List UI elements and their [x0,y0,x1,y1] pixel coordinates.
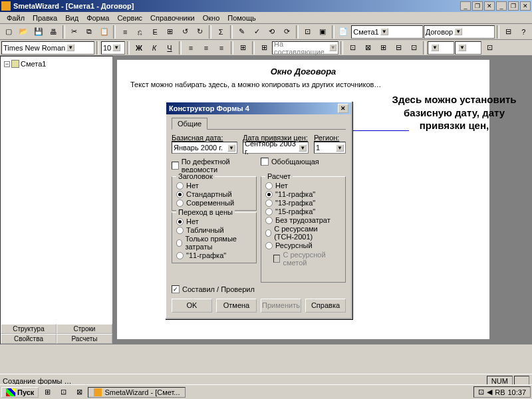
cut-icon[interactable]: ✂ [67,25,82,39]
mdi-minimize-button[interactable]: _ [496,1,507,11]
ql-icon-2[interactable]: ⊡ [56,386,70,399]
tree-root[interactable]: − Смета1 [3,59,110,68]
menu-refs[interactable]: Справочники [146,13,199,23]
menu-form[interactable]: Форма [82,13,113,23]
menu-service[interactable]: Сервис [113,13,146,23]
help-button[interactable]: Справка [305,299,346,313]
table-icon[interactable]: ⊞ [257,41,271,55]
tool-icon-5[interactable]: ↺ [178,25,192,39]
align-left-icon[interactable]: ≡ [184,41,198,55]
new-icon[interactable]: ▢ [1,25,16,39]
bind-date-select[interactable]: Сентябрь 2003 г.▼ [243,142,309,154]
open-icon[interactable]: 📂 [17,25,31,39]
menu-view[interactable]: Вид [61,13,82,23]
tool-icon-14[interactable]: ⊟ [501,25,516,39]
dialog-close-button[interactable]: ✕ [338,104,348,113]
ql-icon-1[interactable]: ⊞ [40,386,55,399]
tray-icon-2[interactable]: ◀ [487,388,492,396]
ed-icon-4[interactable]: ⊟ [391,41,406,55]
calc-opt-5[interactable]: С ресурсами (ТСН-2001) [265,225,341,241]
group-header: Заголовок Нет Стандартный Современный [172,176,257,211]
ed-select-2[interactable]: ▼ [455,41,481,55]
calc-opt-3[interactable]: "15-графка" [265,207,341,215]
price-opt-2[interactable]: Только прямые затраты [176,235,252,251]
tool-icon-2[interactable]: ⎌ [133,25,148,39]
tab-calcs[interactable]: Расчеты [57,334,112,344]
tool-icon-7[interactable]: Σ [213,25,228,39]
ed-select-1[interactable]: ▼ [428,41,454,55]
calc-opt-0[interactable]: Нет [265,182,341,190]
ql-icon-3[interactable]: ⊠ [72,386,86,399]
bold-button[interactable]: Ж [132,41,146,55]
italic-button[interactable]: К [147,41,162,55]
tray-icon-1[interactable]: ⊡ [478,388,484,396]
tool-icon-13[interactable]: ▣ [315,25,330,39]
align-right-icon[interactable]: ≡ [214,41,229,55]
tool-icon-1[interactable]: ≡ [118,25,132,39]
expand-icon[interactable]: − [4,61,10,67]
tool-icon-4[interactable]: ⊞ [163,25,178,39]
ed-icon-5[interactable]: ⊡ [406,41,421,55]
base-date-select[interactable]: Январь 2000 г.▼ [172,142,237,154]
size-select[interactable]: 10▼ [101,41,125,55]
tool-icon-6[interactable]: ↻ [193,25,207,39]
align-center-icon[interactable]: ≡ [199,41,213,55]
menu-help[interactable]: Помощь [223,13,260,23]
tab-rows[interactable]: Строки [57,324,112,334]
minimize-button[interactable]: _ [460,1,471,11]
menu-window[interactable]: Окно [199,13,224,23]
start-button[interactable]: Пуск [1,387,39,398]
calc-opt-4[interactable]: Без трудозатрат [265,216,341,224]
ed-icon-2[interactable]: ⊠ [360,41,375,55]
chk-general[interactable]: Обобщающая [261,158,346,166]
menu-file[interactable]: Файл [3,13,29,23]
tool-icon-3[interactable]: E [148,25,162,39]
paste-icon[interactable]: 📋 [97,25,112,39]
tool-icon-15[interactable]: ? [516,25,531,39]
save-icon[interactable]: 💾 [31,25,46,39]
close-button[interactable]: ✕ [484,1,495,11]
radio-icon [265,217,273,224]
doc-icon[interactable]: 📄 [336,25,351,39]
cancel-button[interactable]: Отмена [216,299,257,313]
mdi-restore-button[interactable]: ❐ [508,1,519,11]
lang-indicator[interactable]: RB [495,388,505,396]
calc-opt-6[interactable]: Ресурсный [265,241,341,249]
underline-button[interactable]: Ч [162,41,177,55]
calc-opt-2[interactable]: "13-графка" [265,199,341,207]
restore-button[interactable]: ❐ [472,1,483,11]
ed-icon-3[interactable]: ⊞ [376,41,390,55]
calc-opt-1[interactable]: "11-графка" [265,190,341,198]
tool-icon-12[interactable]: ⊡ [301,25,315,39]
region-select[interactable]: 1▼ [314,142,346,154]
hdr-opt-0[interactable]: Нет [176,182,252,190]
chk-defect[interactable]: По дефектной ведомости [172,158,257,174]
mdi-close-button[interactable]: ✕ [520,1,531,11]
ok-button[interactable]: OK [172,299,212,313]
split-select[interactable]: На составляющие▼ [272,41,338,55]
doc2-select[interactable]: Договор▼ [424,25,495,39]
tab-props[interactable]: Свойства [1,334,57,344]
chk-signed[interactable]: ✓Составил / Проверил [172,285,346,293]
ed-icon-6[interactable]: ⊡ [482,41,497,55]
font-select[interactable]: Times New Roman▼ [1,41,94,55]
hdr-opt-2[interactable]: Современный [176,199,252,207]
tool-icon-10[interactable]: ⟲ [265,25,279,39]
print-icon[interactable]: 🖶 [47,25,61,39]
tool-icon-9[interactable]: ✓ [249,25,264,39]
tool-icon-11[interactable]: ⟳ [279,25,294,39]
tool-icon-8[interactable]: ✎ [235,25,249,39]
tab-general[interactable]: Общие [172,118,207,130]
tab-structure[interactable]: Структура [1,324,57,334]
ed-icon-1[interactable]: ⊡ [345,41,360,55]
doc1-select[interactable]: Смета1▼ [351,25,422,39]
menu-edit[interactable]: Правка [29,13,61,23]
tree-icon[interactable]: ⊞ [235,41,250,55]
apply-button[interactable]: Применить [261,299,301,313]
hdr-opt-1[interactable]: Стандартный [176,190,252,198]
price-opt-1[interactable]: Табличный [176,226,252,234]
price-opt-0[interactable]: Нет [176,217,252,225]
taskbar-app[interactable]: SmetaWizard - [Смет... [88,387,186,398]
price-opt-3[interactable]: "11-графка" [176,251,252,259]
copy-icon[interactable]: ⧉ [82,25,96,39]
